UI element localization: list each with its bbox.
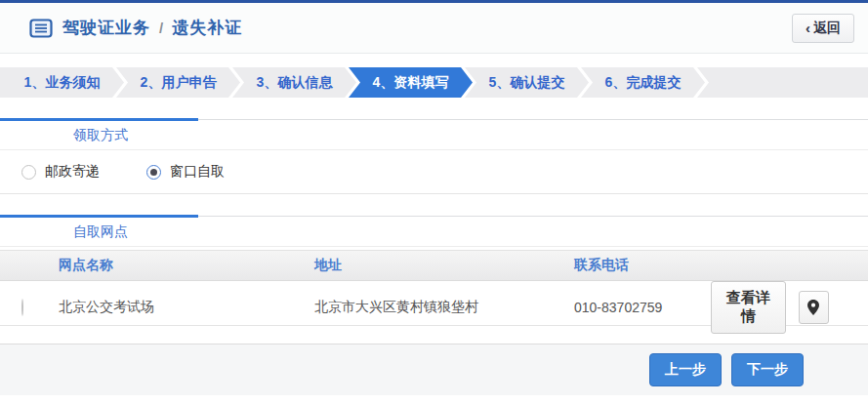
radio-circle-selected-icon[interactable] (146, 165, 161, 180)
page-title: 驾驶证业务 (62, 17, 150, 39)
table-header: 网点名称 地址 联系电话 (0, 250, 868, 281)
back-button-label: 返回 (813, 20, 841, 37)
radio-postal-delivery[interactable]: 邮政寄递 (21, 163, 100, 181)
page-header: 驾驶证业务 / 遗失补证 ‹ 返回 (0, 3, 868, 54)
step-progress-bar: 1、业务须知 2、用户申告 3、确认信息 4、资料填写 5、确认提交 6、完成提… (0, 67, 868, 98)
table-row: 北京公交考试场 北京市大兴区黄村镇狼垡村 010-83702759 查看详情 (0, 281, 868, 326)
pickup-network-section: 自取网点 网点名称 地址 联系电话 北京公交考试场 北京市大兴区黄村镇狼垡村 0… (0, 216, 868, 326)
column-header-name: 网点名称 (59, 257, 314, 274)
page: 驾驶证业务 / 遗失补证 ‹ 返回 1、业务须知 2、用户申告 3、确认信息 4… (0, 0, 868, 405)
map-pin-icon (807, 300, 819, 315)
radio-postal-delivery-label: 邮政寄递 (45, 163, 100, 181)
breadcrumb-current: 遗失补证 (172, 17, 242, 39)
radio-circle-unselected-icon[interactable] (21, 165, 36, 180)
list-icon (29, 19, 53, 38)
row-location-address: 北京市大兴区黄村镇狼垡村 (314, 299, 574, 316)
row-radio-cell (0, 300, 59, 315)
row-location-name: 北京公交考试场 (59, 299, 314, 316)
row-actions: 查看详情 (711, 281, 868, 334)
next-step-button[interactable]: 下一步 (731, 353, 804, 386)
pickup-network-title: 自取网点 (0, 217, 868, 247)
step-5-confirm-submit[interactable]: 5、确认提交 (465, 67, 589, 98)
step-4-fill-data[interactable]: 4、资料填写 (349, 67, 473, 98)
chevron-left-icon: ‹ (806, 20, 810, 35)
previous-step-button[interactable]: 上一步 (649, 353, 722, 386)
row-location-phone: 010-83702759 (574, 300, 711, 315)
step-3-confirm-info[interactable]: 3、确认信息 (232, 67, 356, 98)
step-bar-filler (697, 67, 868, 98)
pickup-method-title: 领取方式 (0, 120, 868, 150)
column-header-phone: 联系电话 (574, 257, 711, 274)
step-2-user-declaration[interactable]: 2、用户申告 (116, 67, 240, 98)
radio-window-pickup-label: 窗口自取 (170, 163, 225, 181)
row-radio-selected-icon[interactable] (21, 299, 23, 316)
step-6-complete-submit[interactable]: 6、完成提交 (581, 67, 705, 98)
column-header-address: 地址 (314, 257, 574, 274)
view-details-button[interactable]: 查看详情 (711, 281, 786, 334)
breadcrumb-separator: / (159, 20, 163, 36)
pickup-method-options: 邮政寄递 窗口自取 (0, 150, 868, 194)
step-1-business-notice[interactable]: 1、业务须知 (0, 67, 124, 98)
back-button[interactable]: ‹ 返回 (792, 14, 854, 43)
wizard-footer: 上一步 下一步 (0, 344, 868, 395)
pickup-method-section: 领取方式 邮政寄递 窗口自取 (0, 119, 868, 194)
radio-window-pickup[interactable]: 窗口自取 (146, 163, 225, 181)
map-button[interactable] (799, 291, 829, 324)
